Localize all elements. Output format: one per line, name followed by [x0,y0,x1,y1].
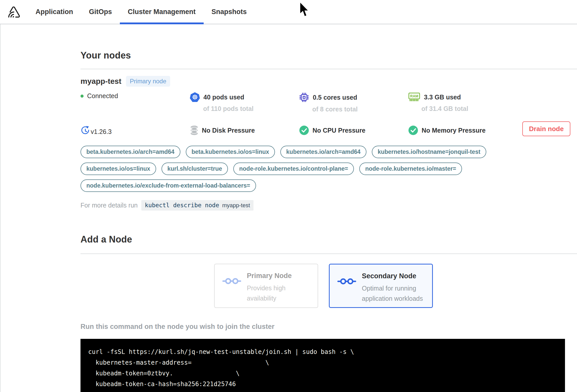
primary-node-description: Provides high availability [247,283,309,303]
node-status-label: Connected [87,92,118,100]
your-nodes-heading: Your nodes [80,50,577,61]
drain-node-button[interactable]: Drain node [522,121,570,136]
kubectl-command-text: kubectl describe node [145,202,219,209]
node-label-pill: beta.kubernetes.io/arch=amd64 [80,146,180,158]
cpu-chip-icon [299,92,309,102]
node-label-pill: kubernetes.io/hostname=jonquil-test [372,146,486,158]
cpu-pressure-check-icon [299,125,309,135]
section-divider-2 [80,253,577,254]
memory-pressure-label: No Memory Pressure [422,127,486,134]
replicated-logo-icon [7,6,20,18]
secondary-node-title: Secondary Node [362,272,424,280]
tab-snapshots[interactable]: Snapshots [204,0,255,24]
node-label-pill: node.kubernetes.io/exclude-from-external… [80,179,256,192]
cores-used-value: 0.5 cores used [313,94,357,101]
memory-used-value: 3.3 GB used [424,94,461,101]
disk-pressure-label: No Disk Pressure [202,127,255,134]
node-label-pill: beta.kubernetes.io/os=linux [186,146,275,158]
node-label-pill: kubernetes.io/os=linux [80,163,156,175]
node-label-pill: kubernetes.io/arch=amd64 [280,146,366,158]
cores-total-value: of 8 cores total [312,106,408,113]
tab-cluster-management[interactable]: Cluster Management [120,0,204,24]
pods-used-value: 40 pods used [203,94,244,101]
node-card: myapp-test Primary node Connected ☸ 40 p… [80,69,577,211]
node-stats-grid: Connected ☸ 40 pods used of 110 pods tot… [80,92,577,135]
secondary-node-description: Optimal for running application workload… [362,283,424,304]
pods-total-value: of 110 pods total [203,105,299,112]
tab-gitops[interactable]: GitOps [81,0,120,24]
app-logo[interactable] [0,0,28,24]
top-navigation: Application GitOps Cluster Management Sn… [0,0,577,24]
node-labels: beta.kubernetes.io/arch=amd64 beta.kuber… [80,146,530,192]
node-label-pill: kurl.sh/cluster=true [161,163,228,175]
primary-node-badge: Primary node [126,76,170,87]
node-type-options: Primary Node Provides high availability … [80,264,577,308]
join-command-terminal[interactable]: curl -fsSL https://kurl.sh/jq-new-test-u… [80,339,565,392]
kubectl-describe-command: kubectl describe node myapp-test [141,200,254,211]
node-link-icon [222,276,241,307]
svg-text:RAM: RAM [410,94,418,98]
kubernetes-version-icon [80,125,90,135]
nav-tabs: Application GitOps Cluster Management Sn… [28,0,255,24]
add-node-heading: Add a Node [80,234,577,245]
cpu-pressure-label: No CPU Pressure [313,127,365,134]
node-link-icon [337,277,356,307]
ram-icon: RAM [408,92,420,102]
join-command-instruction: Run this command on the node you wish to… [80,323,577,331]
page-content: Your nodes myapp-test Primary node Conne… [0,50,577,392]
memory-total-value: of 31.4 GB total [421,105,515,112]
kubectl-command-node-arg: myapp-test [222,202,250,209]
disk-icon [190,125,199,135]
tab-application[interactable]: Application [28,0,81,24]
secondary-node-option[interactable]: Secondary Node Optimal for running appli… [329,264,433,308]
connected-status-dot [80,95,84,98]
node-label-pill: node-role.kubernetes.io/master= [359,163,462,175]
memory-pressure-check-icon [408,125,418,135]
node-name: myapp-test [80,77,121,86]
details-hint-text: For more details run [80,202,138,209]
kubernetes-pods-icon: ☸ [190,92,200,102]
mouse-cursor [299,2,312,18]
primary-node-option[interactable]: Primary Node Provides high availability [214,264,318,308]
node-label-pill: node-role.kubernetes.io/control-plane= [233,163,354,175]
primary-node-title: Primary Node [247,272,309,280]
kubernetes-version-value: v1.26.3 [91,128,112,135]
